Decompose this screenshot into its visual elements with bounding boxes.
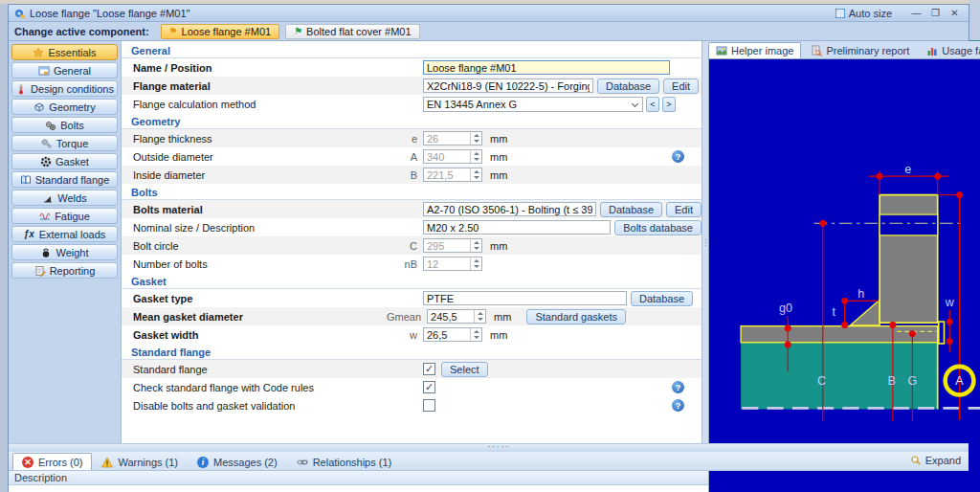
weight-icon [40, 247, 52, 258]
sidebar-item-gasket[interactable]: Gasket [11, 153, 118, 169]
bolts-database-button[interactable]: Bolts database [614, 220, 702, 235]
flange-material-edit-button[interactable]: Edit [663, 78, 699, 94]
dim-label-t: t [832, 305, 835, 319]
sidebar-item-external-loads[interactable]: ƒx External loads [11, 226, 118, 242]
section-header-gasket: Gasket [122, 273, 702, 289]
link-icon [297, 457, 308, 468]
select-standard-flange-button[interactable]: Select [441, 362, 488, 377]
main-area: Essentials General Design conditions Geo… [9, 41, 969, 443]
form-icon [38, 65, 50, 77]
nominal-size-input[interactable] [423, 220, 611, 235]
calc-method-next-button[interactable]: > [662, 97, 676, 112]
row-bolts-material: Bolts material Database Edit [122, 200, 702, 218]
gasket-type-input[interactable] [423, 291, 627, 305]
flange-material-input[interactable] [423, 78, 593, 93]
bolts-material-edit-button[interactable]: Edit [666, 202, 702, 217]
bolt-circle-input[interactable]: 295 [423, 238, 482, 253]
dim-label-A: A [955, 374, 964, 388]
check-code-rules-checkbox[interactable] [423, 381, 435, 393]
dim-label-B: B [888, 374, 896, 388]
row-standard-flange: Standard flange Select [122, 360, 702, 378]
inside-diameter-input[interactable]: 221,5 [423, 168, 482, 182]
magnifier-icon [910, 455, 922, 466]
close-button[interactable]: ✕ [947, 7, 963, 19]
orange-flag-icon: ⚑ [169, 27, 178, 36]
warning-icon [101, 457, 113, 468]
spinner[interactable] [470, 150, 481, 163]
report-magnifier-icon [811, 45, 822, 56]
mean-gasket-diameter-input[interactable]: 245,5 [427, 309, 486, 324]
auto-size-icon [835, 9, 845, 18]
desktop-background: Loose flange "Loose flange #M01" Auto si… [0, 0, 980, 492]
disable-validation-checkbox[interactable] [423, 399, 435, 412]
gasket [939, 322, 945, 344]
bolts-material-input[interactable] [423, 202, 596, 216]
tab-relationships[interactable]: Relationships (1) [287, 453, 402, 470]
flange-app-icon [14, 8, 26, 19]
sidebar-item-bolts[interactable]: Bolts [11, 117, 118, 133]
calc-method-select[interactable]: EN 13445 Annex G [423, 97, 643, 112]
gasket-width-input[interactable]: 26,5 [423, 327, 482, 342]
calc-method-prev-button[interactable]: < [646, 97, 659, 112]
dim-label-h: h [858, 287, 864, 301]
chevron-down-icon [632, 100, 638, 106]
fx-icon: ƒx [24, 229, 35, 240]
sidebar-item-general[interactable]: General [11, 62, 118, 78]
name-position-input[interactable] [423, 60, 670, 75]
spinner[interactable] [470, 328, 481, 341]
window-title: Loose flange "Loose flange #M01" [30, 8, 189, 19]
spinner[interactable] [470, 257, 481, 270]
row-number-of-bolts: Number of bolts nB 12 [122, 255, 702, 273]
sidebar-item-geometry[interactable]: Geometry [11, 99, 118, 115]
tab-errors[interactable]: ✕ Errors (0) [12, 453, 92, 470]
spinner[interactable] [470, 239, 481, 252]
bolts-icon [45, 120, 56, 131]
background-left-strip [0, 0, 8, 492]
sidebar-item-fatigue[interactable]: Fatigue [11, 208, 118, 224]
row-nominal-size: Nominal size / Description Bolts databas… [122, 218, 702, 236]
tab-usage-factor[interactable]: Usage factor [919, 42, 980, 58]
spinner[interactable] [470, 168, 481, 181]
star-icon [33, 47, 44, 58]
row-flange-thickness: Flange thickness e 26 mm [122, 129, 702, 147]
standard-gaskets-button[interactable]: Standard gaskets [526, 309, 626, 324]
dim-label-e: e [904, 163, 911, 176]
sidebar-item-reporting[interactable]: Reporting [11, 262, 118, 279]
book-icon [20, 174, 32, 186]
help-icon[interactable]: ? [672, 150, 684, 163]
horizontal-splitter[interactable] [9, 443, 969, 452]
standard-flange-checkbox[interactable] [423, 363, 435, 375]
component-button-loose-flange[interactable]: ⚑ Loose flange #M01 [161, 24, 280, 39]
cube-icon [33, 101, 45, 113]
sidebar-item-design-conditions[interactable]: Design conditions [11, 80, 118, 97]
tab-messages[interactable]: i Messages (2) [188, 453, 287, 470]
help-icon[interactable]: ? [672, 399, 684, 412]
section-header-geometry: Geometry [122, 113, 702, 129]
restore-button[interactable]: ❐ [927, 7, 944, 19]
sidebar-item-welds[interactable]: Welds [11, 190, 118, 206]
sidebar-item-standard-flange[interactable]: Standard flange [11, 171, 118, 188]
sidebar-item-essentials[interactable]: Essentials [11, 44, 118, 60]
spinner[interactable] [470, 132, 481, 145]
sidebar-item-torque[interactable]: Torque [11, 135, 118, 151]
tab-preliminary-report[interactable]: Preliminary report [803, 42, 917, 58]
component-button-bolted-flat-cover[interactable]: ⚑ Bolted flat cover #M01 [285, 24, 419, 39]
outside-diameter-input[interactable]: 340 [423, 149, 482, 164]
row-disable-validation: Disable bolts and gasket validation ? [122, 396, 702, 414]
tab-helper-image[interactable]: Helper image [708, 42, 801, 58]
help-icon[interactable]: ? [672, 381, 684, 393]
number-of-bolts-input[interactable]: 12 [423, 257, 482, 271]
expand-button[interactable]: Expand [910, 455, 961, 466]
minimize-button[interactable]: — [908, 7, 924, 19]
flange-thickness-input[interactable]: 26 [423, 131, 482, 145]
tab-warnings[interactable]: Warnings (1) [92, 453, 188, 470]
auto-size-button[interactable]: Auto size [835, 8, 892, 19]
bolts-material-database-button[interactable]: Database [600, 202, 662, 217]
gasket-database-button[interactable]: Database [631, 291, 693, 306]
spinner[interactable] [474, 310, 485, 323]
row-gasket-width: Gasket width w 26,5 mm [122, 325, 702, 344]
flange-material-database-button[interactable]: Database [597, 78, 659, 94]
sidebar-item-weight[interactable]: Weight [11, 244, 118, 260]
vertical-splitter[interactable] [702, 41, 706, 443]
flange-material-label: Flange material [122, 80, 387, 92]
